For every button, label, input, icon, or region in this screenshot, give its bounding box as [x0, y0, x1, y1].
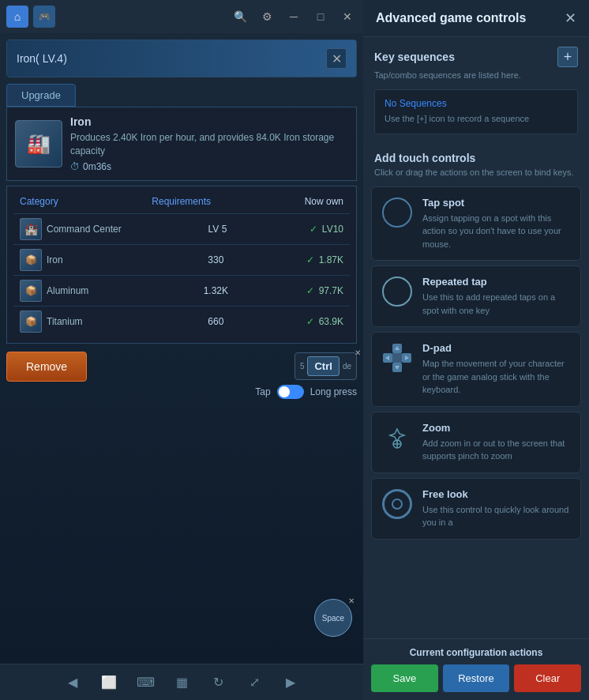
home-icon[interactable]: ⌂	[6, 6, 28, 28]
row-icon: 📦	[20, 249, 42, 271]
key-sequences-header: Key sequences +	[363, 37, 589, 70]
add-touch-title: Add touch controls	[374, 152, 578, 164]
space-key-widget[interactable]: ✕ Space	[314, 599, 352, 637]
free-look-card[interactable]: Free look Use this control to quickly lo…	[371, 478, 581, 540]
tap-spot-card[interactable]: Tap spot Assign tapping on a spot with t…	[371, 186, 581, 262]
free-look-text: Free look Use this control to quickly lo…	[422, 488, 571, 529]
clear-button[interactable]: Clear	[514, 664, 581, 692]
restore-button[interactable]: □	[311, 7, 330, 26]
no-sequences-card: No Sequences Use the [+] icon to record …	[374, 89, 578, 134]
dpad-desc: Map the movement of your character or th…	[422, 357, 571, 397]
fullscreen-button[interactable]: ⤢	[243, 672, 265, 694]
tap-toggle-row: Tap Long press	[6, 385, 357, 399]
config-title: Current configuration actions	[371, 647, 581, 658]
zoom-card[interactable]: Zoom Add zoom in or out to the screen th…	[371, 412, 581, 473]
dpad-icon	[381, 342, 413, 374]
add-touch-subtitle: Click or drag the actions on the screen …	[374, 167, 578, 179]
top-bar: ⌂ 🎮 🔍 ⚙ ─ □ ✕	[0, 0, 363, 33]
dpad-text: D-pad Map the movement of your character…	[422, 342, 571, 397]
iron-name: Iron	[70, 115, 348, 128]
row-own: 97.7K	[319, 285, 343, 296]
key-sequences-title: Key sequences	[374, 51, 455, 63]
upgrade-tab-button[interactable]: Upgrade	[6, 84, 76, 107]
row-check: ✓	[310, 224, 317, 235]
back-button[interactable]: ◀	[62, 672, 84, 694]
repeated-tap-circle	[382, 277, 412, 307]
repeated-tap-icon	[381, 276, 413, 307]
save-button[interactable]: Save	[371, 664, 438, 692]
tap-spot-name: Tap spot	[422, 197, 571, 209]
free-look-inner-circle	[392, 499, 403, 510]
repeated-tap-card[interactable]: Repeated tap Use this to add repeated ta…	[371, 265, 581, 327]
rotate-button[interactable]: ↻	[207, 672, 229, 694]
dpad-card[interactable]: D-pad Map the movement of your character…	[371, 332, 581, 407]
add-touch-header: Add touch controls Click or drag the act…	[363, 144, 589, 182]
free-look-circle	[382, 489, 412, 519]
keyboard2-button[interactable]: ▦	[171, 672, 193, 694]
table-row: 🏰 Command Center LV 5 ✓ LV10	[13, 213, 350, 244]
col-requirements: Requirements	[152, 196, 211, 207]
forward-button[interactable]: ▶	[279, 672, 302, 694]
home-nav-button[interactable]: ⬜	[98, 672, 120, 694]
long-press-label: Long press	[310, 386, 357, 397]
tap-spot-circle	[382, 198, 412, 228]
zoom-icon	[381, 422, 413, 453]
tap-spot-icon	[381, 197, 413, 228]
table-row: 📦 Aluminum 1.32K ✓ 97.7K	[13, 275, 350, 306]
iron-text-info: Iron Produces 2.40K Iron per hour, and p…	[70, 115, 348, 172]
restore-button[interactable]: Restore	[443, 664, 510, 692]
upgrade-tab-container: Upgrade	[6, 84, 357, 107]
row-icon: 📦	[20, 310, 42, 333]
row-icon: 🏰	[20, 218, 42, 240]
row-name: Iron	[47, 254, 126, 265]
no-seq-title: No Sequences	[385, 98, 568, 109]
right-panel: Advanced game controls ✕ Key sequences +…	[363, 0, 589, 700]
add-sequence-button[interactable]: +	[557, 47, 578, 67]
no-seq-desc: Use the [+] icon to record a sequence	[385, 112, 568, 126]
keyboard-button[interactable]: ⌨	[134, 672, 156, 694]
svg-rect-4	[392, 353, 402, 363]
close-widget-icon[interactable]: ✕	[355, 348, 361, 357]
window-controls: 🔍 ⚙ ─ □ ✕	[231, 7, 357, 26]
row-req: 330	[130, 254, 302, 265]
iron-panel-header: Iron( LV.4) ✕	[7, 40, 356, 77]
table-row: 📦 Iron 330 ✓ 1.87K	[13, 244, 350, 275]
row-check: ✓	[306, 285, 314, 296]
panel-close-button[interactable]: ✕	[565, 9, 576, 27]
game-icon[interactable]: 🎮	[33, 6, 55, 28]
repeated-tap-text: Repeated tap Use this to add repeated ta…	[422, 276, 571, 317]
iron-panel-title: Iron( LV.4)	[17, 52, 67, 65]
row-check: ✓	[306, 254, 314, 265]
space-label: Space	[322, 614, 344, 623]
zoom-name: Zoom	[422, 422, 571, 434]
col-category: Category	[20, 196, 58, 207]
settings-button[interactable]: ⚙	[257, 7, 276, 26]
space-close-icon[interactable]: ✕	[348, 597, 355, 605]
search-button[interactable]: 🔍	[231, 7, 249, 26]
panel-scroll[interactable]: Key sequences + Tap/combo sequences are …	[363, 37, 589, 638]
iron-desc: Produces 2.40K Iron per hour, and provid…	[70, 131, 348, 158]
iron-panel-close-button[interactable]: ✕	[326, 48, 347, 69]
dpad-svg	[383, 344, 411, 372]
row-req: LV 5	[130, 224, 305, 235]
panel-title: Advanced game controls	[376, 11, 526, 25]
panel-header: Advanced game controls ✕	[363, 0, 589, 37]
close-window-button[interactable]: ✕	[338, 7, 357, 26]
ctrl-key[interactable]: Ctrl	[307, 356, 339, 376]
tap-long-press-toggle[interactable]	[277, 385, 304, 399]
action-row: Remove 5 Ctrl de ✕	[6, 352, 357, 382]
config-buttons: Save Restore Clear	[371, 664, 581, 692]
zoom-desc: Add zoom in or out to the screen that su…	[422, 437, 571, 463]
iron-panel: Iron( LV.4) ✕	[6, 40, 357, 77]
config-section: Current configuration actions Save Resto…	[363, 638, 589, 700]
tap-spot-desc: Assign tapping on a spot with this actio…	[422, 212, 571, 251]
remove-button[interactable]: Remove	[6, 352, 87, 382]
minimize-button[interactable]: ─	[284, 7, 303, 26]
row-icon: 📦	[20, 280, 42, 302]
ctrl-key-widget: 5 Ctrl de ✕	[294, 352, 357, 380]
row-name: Command Center	[47, 224, 126, 235]
requirements-table: Category Requirements Now own 🏰 Command …	[6, 186, 357, 344]
row-own: 1.87K	[319, 254, 343, 265]
timer-icon: ⏱	[70, 161, 80, 172]
row-name: Titanium	[47, 316, 126, 327]
